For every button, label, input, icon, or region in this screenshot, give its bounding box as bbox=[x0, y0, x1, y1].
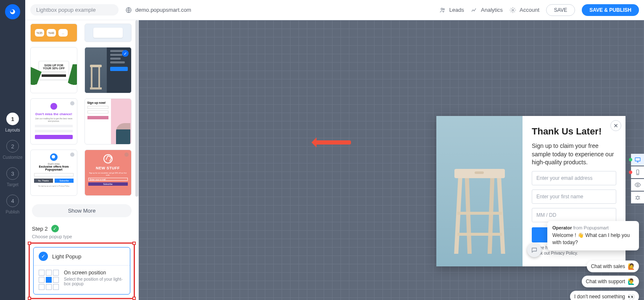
desktop-icon bbox=[634, 156, 641, 163]
chat-operator-card: Operator from Popupsmart Welcome ! 👋 Wha… bbox=[547, 221, 639, 250]
light-popup-option[interactable]: ✓ Light Popup On screen position Select … bbox=[33, 247, 130, 295]
template-headline: Exclusive offers from Popupsmart bbox=[34, 165, 74, 171]
nav-analytics[interactable]: Analytics bbox=[471, 7, 503, 13]
template-headline: Don't miss the chance! bbox=[35, 112, 73, 116]
template-cta: Subscribe bbox=[88, 182, 128, 186]
popup-body: Sign up to claim your free sample today … bbox=[532, 142, 616, 167]
popup-name-input[interactable] bbox=[532, 189, 616, 204]
chat-option-support[interactable]: Chat with support🙋‍♂️ bbox=[582, 276, 639, 287]
svg-point-10 bbox=[636, 196, 639, 199]
popup-email-input[interactable] bbox=[532, 171, 616, 185]
device-desktop-button[interactable] bbox=[631, 154, 644, 166]
template-card[interactable]: Don't miss Exclusive offers from Popupsm… bbox=[30, 150, 77, 196]
rail-step-2-label: Customize bbox=[3, 155, 22, 160]
template-no-btn: No, Thanks bbox=[34, 179, 53, 183]
svg-point-9 bbox=[637, 184, 639, 186]
megaphone-icon bbox=[103, 154, 113, 163]
mobile-icon bbox=[634, 169, 641, 176]
device-dock bbox=[631, 154, 644, 203]
rail-step-customize[interactable]: 2 bbox=[6, 140, 19, 153]
popup-close-button[interactable] bbox=[610, 120, 621, 131]
debug-button[interactable] bbox=[631, 192, 644, 203]
annotation-arrow bbox=[313, 140, 351, 145]
highlighted-option-frame: ✓ Light Popup On screen position Select … bbox=[29, 242, 135, 299]
popup-date-input[interactable] bbox=[532, 208, 616, 222]
rail-step-4-label: Publish bbox=[6, 210, 20, 214]
person-icon: 🙋 bbox=[628, 263, 635, 270]
template-card[interactable]: NEW STUFF Sign up for our newsletter and… bbox=[84, 150, 132, 196]
nav-account-label: Account bbox=[520, 7, 539, 13]
position-grid[interactable] bbox=[39, 270, 59, 290]
show-more-button[interactable]: Show More bbox=[32, 204, 132, 217]
rail-step-publish[interactable]: 4 bbox=[6, 195, 19, 207]
device-mobile-button[interactable] bbox=[631, 166, 644, 178]
campaign-title-input[interactable]: Lightbox popup example bbox=[30, 4, 119, 16]
rail-step-target[interactable]: 3 bbox=[6, 167, 19, 180]
rail-step-3-label: Target bbox=[7, 182, 18, 187]
template-subtext: Sign up for our newsletter and get 10% o… bbox=[88, 172, 128, 176]
template-headline: SIGN UP FOR YOUR 30% OFF bbox=[42, 64, 66, 70]
template-headline: Sign up now! bbox=[87, 101, 108, 104]
check-icon: ✓ bbox=[51, 225, 59, 232]
panel-scrollbar[interactable] bbox=[135, 20, 138, 197]
chat-operator-name: Operator bbox=[552, 225, 572, 230]
save-button-label: SAVE bbox=[554, 7, 567, 13]
nav-leads[interactable]: Leads bbox=[439, 7, 464, 13]
chat-welcome-message: Welcome ! 👋 What can I help you with tod… bbox=[552, 232, 634, 246]
svg-point-4 bbox=[443, 8, 444, 10]
globe-icon bbox=[125, 7, 132, 13]
svg-point-8 bbox=[637, 174, 638, 174]
position-subtitle: Select the position of your light-box po… bbox=[64, 277, 125, 286]
app-logo[interactable] bbox=[5, 4, 20, 19]
template-pill: ... bbox=[58, 29, 68, 37]
template-card[interactable]: Sign up now! bbox=[84, 98, 132, 145]
template-sub-btn: Subscribe bbox=[55, 179, 74, 183]
check-icon: ✓ bbox=[39, 252, 48, 261]
template-subtext: Join our mailing list to get the best ne… bbox=[35, 117, 73, 122]
leads-icon bbox=[439, 7, 446, 13]
rail-step-3-num: 3 bbox=[11, 171, 14, 177]
eyes-icon: 👀 bbox=[628, 293, 635, 300]
template-card-selected[interactable]: ✓ bbox=[84, 47, 132, 93]
position-center[interactable] bbox=[46, 277, 52, 283]
chat-support-label: Chat with support bbox=[586, 279, 625, 284]
close-icon bbox=[613, 123, 619, 129]
preview-canvas[interactable]: Thank Us Later! Sign up to claim your fr… bbox=[139, 20, 644, 300]
svg-rect-6 bbox=[635, 158, 640, 161]
nav-account[interactable]: Account bbox=[509, 7, 539, 13]
top-bar: Lightbox popup example demo.popupsmart.c… bbox=[25, 0, 644, 20]
rail-step-4-num: 4 bbox=[11, 198, 14, 204]
template-pill: %48 bbox=[47, 29, 56, 37]
chat-option-sales[interactable]: Chat with sales🙋 bbox=[587, 261, 639, 272]
check-icon: ✓ bbox=[122, 50, 129, 57]
template-card[interactable]: %35 %48 ... bbox=[30, 24, 77, 42]
position-title: On screen position bbox=[64, 270, 125, 276]
nav-analytics-label: Analytics bbox=[481, 7, 503, 13]
bug-icon bbox=[634, 194, 641, 201]
layouts-panel: %35 %48 ... SIGN UP FOR YOUR 30% OFF ✓ bbox=[25, 20, 139, 300]
rail-step-2-num: 2 bbox=[11, 143, 14, 150]
svg-point-5 bbox=[512, 9, 514, 11]
step-2-header: Step 2 ✓ bbox=[25, 222, 138, 234]
svg-point-3 bbox=[441, 8, 443, 10]
template-card[interactable]: SIGN UP FOR YOUR 30% OFF bbox=[30, 47, 77, 93]
save-button[interactable]: SAVE bbox=[546, 4, 575, 16]
template-dot-icon bbox=[70, 101, 74, 105]
step-2-subtitle: Choose popup type bbox=[25, 234, 138, 239]
step-2-label: Step 2 bbox=[32, 226, 48, 232]
template-card[interactable] bbox=[84, 24, 132, 42]
domain-display[interactable]: demo.popupsmart.com bbox=[125, 7, 191, 13]
chat-operator-from: from Popupsmart bbox=[573, 225, 609, 230]
template-input-ph: Enter your e-mail bbox=[88, 178, 128, 181]
save-publish-button[interactable]: SAVE & PUBLISH bbox=[582, 4, 639, 16]
chat-option-none[interactable]: I don't need something👀 bbox=[570, 291, 639, 300]
template-card[interactable]: Don't miss the chance! Join our mailing … bbox=[30, 98, 77, 145]
campaign-title-text: Lightbox popup example bbox=[36, 7, 96, 13]
preview-eye-button[interactable] bbox=[631, 179, 644, 191]
chat-toggle-button[interactable] bbox=[527, 243, 541, 257]
nav-leads-label: Leads bbox=[449, 7, 464, 13]
domain-text: demo.popupsmart.com bbox=[135, 7, 191, 13]
chat-none-label: I don't need something bbox=[574, 294, 625, 300]
rail-step-layouts[interactable]: 1 bbox=[6, 113, 19, 125]
gear-icon bbox=[509, 7, 516, 13]
